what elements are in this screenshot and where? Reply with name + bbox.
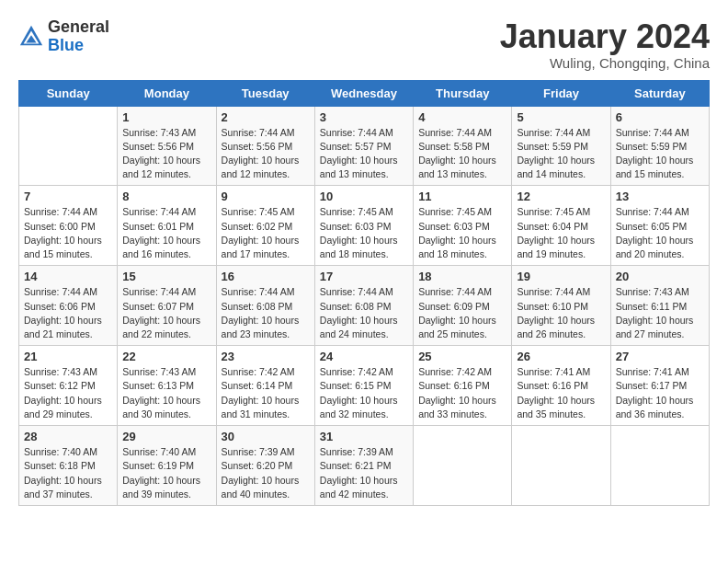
subtitle: Wuling, Chongqing, China xyxy=(500,55,710,71)
calendar-body: 1Sunrise: 7:43 AMSunset: 5:56 PMDaylight… xyxy=(19,106,710,505)
calendar-cell: 22Sunrise: 7:43 AMSunset: 6:13 PMDayligh… xyxy=(118,346,216,426)
calendar-cell: 1Sunrise: 7:43 AMSunset: 5:56 PMDaylight… xyxy=(118,106,216,186)
calendar-cell xyxy=(414,426,512,506)
weekday-sunday: Sunday xyxy=(19,80,118,106)
day-info: Sunrise: 7:44 AMSunset: 5:59 PMDaylight:… xyxy=(517,126,605,182)
logo-blue: Blue xyxy=(48,37,109,55)
calendar-cell: 12Sunrise: 7:45 AMSunset: 6:04 PMDayligh… xyxy=(512,186,610,266)
day-info: Sunrise: 7:44 AMSunset: 5:56 PMDaylight:… xyxy=(222,126,310,182)
calendar-cell: 15Sunrise: 7:44 AMSunset: 6:07 PMDayligh… xyxy=(118,266,216,346)
day-info: Sunrise: 7:45 AMSunset: 6:03 PMDaylight:… xyxy=(418,205,506,261)
day-info: Sunrise: 7:41 AMSunset: 6:17 PMDaylight:… xyxy=(616,365,704,421)
day-info: Sunrise: 7:39 AMSunset: 6:21 PMDaylight:… xyxy=(320,445,408,501)
calendar-cell: 28Sunrise: 7:40 AMSunset: 6:18 PMDayligh… xyxy=(19,426,118,506)
day-info: Sunrise: 7:44 AMSunset: 6:07 PMDaylight:… xyxy=(122,285,210,341)
calendar-cell: 18Sunrise: 7:44 AMSunset: 6:09 PMDayligh… xyxy=(414,266,512,346)
calendar-cell: 24Sunrise: 7:42 AMSunset: 6:15 PMDayligh… xyxy=(314,346,413,426)
calendar-cell xyxy=(512,426,610,506)
day-number: 22 xyxy=(122,350,210,363)
calendar-cell: 20Sunrise: 7:43 AMSunset: 6:11 PMDayligh… xyxy=(610,266,709,346)
day-info: Sunrise: 7:42 AMSunset: 6:15 PMDaylight:… xyxy=(320,365,408,421)
weekday-monday: Monday xyxy=(118,80,216,106)
day-number: 14 xyxy=(24,270,112,283)
day-info: Sunrise: 7:43 AMSunset: 6:11 PMDaylight:… xyxy=(616,285,704,341)
day-info: Sunrise: 7:40 AMSunset: 6:18 PMDaylight:… xyxy=(24,445,112,501)
logo-general: General xyxy=(48,18,109,37)
day-number: 3 xyxy=(320,110,408,124)
day-info: Sunrise: 7:44 AMSunset: 6:00 PMDaylight:… xyxy=(24,205,112,261)
calendar-cell: 4Sunrise: 7:44 AMSunset: 5:58 PMDaylight… xyxy=(414,106,512,186)
day-info: Sunrise: 7:42 AMSunset: 6:16 PMDaylight:… xyxy=(418,365,506,421)
week-row-1: 1Sunrise: 7:43 AMSunset: 5:56 PMDaylight… xyxy=(19,106,710,186)
logo: General Blue xyxy=(18,18,109,55)
day-info: Sunrise: 7:44 AMSunset: 6:06 PMDaylight:… xyxy=(24,285,112,341)
calendar-cell: 14Sunrise: 7:44 AMSunset: 6:06 PMDayligh… xyxy=(19,266,118,346)
day-number: 23 xyxy=(222,350,310,363)
day-info: Sunrise: 7:44 AMSunset: 6:01 PMDaylight:… xyxy=(122,205,210,261)
week-row-3: 14Sunrise: 7:44 AMSunset: 6:06 PMDayligh… xyxy=(19,266,710,346)
calendar-cell: 31Sunrise: 7:39 AMSunset: 6:21 PMDayligh… xyxy=(314,426,413,506)
calendar-cell: 6Sunrise: 7:44 AMSunset: 5:59 PMDaylight… xyxy=(610,106,709,186)
weekday-friday: Friday xyxy=(512,80,610,106)
weekday-thursday: Thursday xyxy=(414,80,512,106)
day-info: Sunrise: 7:43 AMSunset: 5:56 PMDaylight:… xyxy=(122,126,210,182)
day-number: 21 xyxy=(24,350,112,363)
calendar-cell: 26Sunrise: 7:41 AMSunset: 6:16 PMDayligh… xyxy=(512,346,610,426)
page-header: General Blue January 2024 Wuling, Chongq… xyxy=(18,18,710,71)
day-info: Sunrise: 7:44 AMSunset: 5:57 PMDaylight:… xyxy=(320,126,408,182)
calendar-cell: 8Sunrise: 7:44 AMSunset: 6:01 PMDaylight… xyxy=(118,186,216,266)
day-number: 20 xyxy=(616,270,704,283)
day-number: 29 xyxy=(122,430,210,443)
day-info: Sunrise: 7:45 AMSunset: 6:02 PMDaylight:… xyxy=(222,205,310,261)
day-info: Sunrise: 7:44 AMSunset: 6:05 PMDaylight:… xyxy=(616,205,704,261)
day-number: 5 xyxy=(517,110,605,124)
calendar-cell: 25Sunrise: 7:42 AMSunset: 6:16 PMDayligh… xyxy=(414,346,512,426)
title-block: January 2024 Wuling, Chongqing, China xyxy=(500,18,710,71)
day-number: 25 xyxy=(418,350,506,363)
day-number: 27 xyxy=(616,350,704,363)
day-info: Sunrise: 7:44 AMSunset: 6:09 PMDaylight:… xyxy=(418,285,506,341)
week-row-4: 21Sunrise: 7:43 AMSunset: 6:12 PMDayligh… xyxy=(19,346,710,426)
calendar-cell: 2Sunrise: 7:44 AMSunset: 5:56 PMDaylight… xyxy=(216,106,314,186)
calendar-cell xyxy=(19,106,118,186)
day-number: 6 xyxy=(616,110,704,124)
day-info: Sunrise: 7:45 AMSunset: 6:04 PMDaylight:… xyxy=(517,205,605,261)
calendar-cell: 30Sunrise: 7:39 AMSunset: 6:20 PMDayligh… xyxy=(216,426,314,506)
day-info: Sunrise: 7:41 AMSunset: 6:16 PMDaylight:… xyxy=(517,365,605,421)
weekday-wednesday: Wednesday xyxy=(314,80,413,106)
day-info: Sunrise: 7:43 AMSunset: 6:13 PMDaylight:… xyxy=(122,365,210,421)
day-number: 1 xyxy=(122,110,210,124)
day-info: Sunrise: 7:40 AMSunset: 6:19 PMDaylight:… xyxy=(122,445,210,501)
logo-text: General Blue xyxy=(48,18,109,55)
day-number: 12 xyxy=(517,190,605,203)
calendar-cell: 10Sunrise: 7:45 AMSunset: 6:03 PMDayligh… xyxy=(314,186,413,266)
day-number: 16 xyxy=(222,270,310,283)
day-info: Sunrise: 7:44 AMSunset: 6:08 PMDaylight:… xyxy=(222,285,310,341)
day-info: Sunrise: 7:44 AMSunset: 6:10 PMDaylight:… xyxy=(517,285,605,341)
logo-icon xyxy=(18,24,44,50)
day-number: 30 xyxy=(222,430,310,443)
calendar-cell: 7Sunrise: 7:44 AMSunset: 6:00 PMDaylight… xyxy=(19,186,118,266)
day-info: Sunrise: 7:42 AMSunset: 6:14 PMDaylight:… xyxy=(222,365,310,421)
week-row-2: 7Sunrise: 7:44 AMSunset: 6:00 PMDaylight… xyxy=(19,186,710,266)
day-number: 7 xyxy=(24,190,112,203)
day-number: 18 xyxy=(418,270,506,283)
calendar-cell: 27Sunrise: 7:41 AMSunset: 6:17 PMDayligh… xyxy=(610,346,709,426)
day-number: 11 xyxy=(418,190,506,203)
calendar-cell xyxy=(610,426,709,506)
weekday-header-row: SundayMondayTuesdayWednesdayThursdayFrid… xyxy=(19,80,710,106)
calendar-table: SundayMondayTuesdayWednesdayThursdayFrid… xyxy=(18,80,710,506)
weekday-saturday: Saturday xyxy=(610,80,709,106)
weekday-tuesday: Tuesday xyxy=(216,80,314,106)
calendar-cell: 13Sunrise: 7:44 AMSunset: 6:05 PMDayligh… xyxy=(610,186,709,266)
day-info: Sunrise: 7:44 AMSunset: 5:58 PMDaylight:… xyxy=(418,126,506,182)
day-number: 17 xyxy=(320,270,408,283)
calendar-cell: 19Sunrise: 7:44 AMSunset: 6:10 PMDayligh… xyxy=(512,266,610,346)
calendar-cell: 17Sunrise: 7:44 AMSunset: 6:08 PMDayligh… xyxy=(314,266,413,346)
day-number: 13 xyxy=(616,190,704,203)
day-number: 19 xyxy=(517,270,605,283)
calendar-cell: 3Sunrise: 7:44 AMSunset: 5:57 PMDaylight… xyxy=(314,106,413,186)
calendar-cell: 9Sunrise: 7:45 AMSunset: 6:02 PMDaylight… xyxy=(216,186,314,266)
calendar-cell: 16Sunrise: 7:44 AMSunset: 6:08 PMDayligh… xyxy=(216,266,314,346)
calendar-cell: 11Sunrise: 7:45 AMSunset: 6:03 PMDayligh… xyxy=(414,186,512,266)
